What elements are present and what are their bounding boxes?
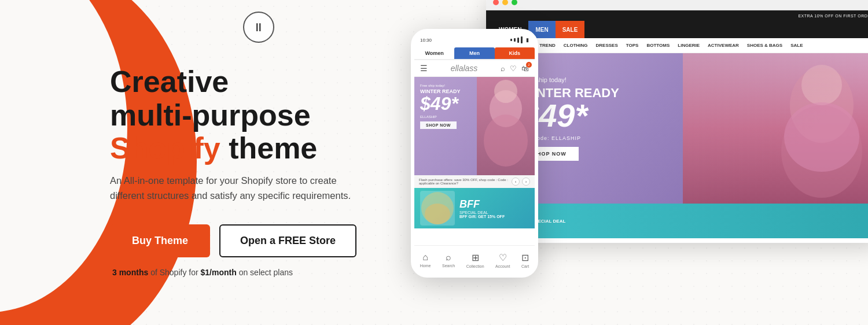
bff-image-placeholder xyxy=(420,191,455,226)
account-label: Account xyxy=(495,264,510,268)
buy-theme-button[interactable]: Buy Theme xyxy=(110,224,210,257)
headline-shopify: Shopify xyxy=(110,131,220,165)
menu-tops[interactable]: TOPS xyxy=(626,43,639,48)
headline-line1: Creative xyxy=(110,65,229,98)
fashion-model-image xyxy=(683,53,868,204)
mobile-free-ship: Free ship today! xyxy=(420,84,529,87)
mobile-time: 10:30 xyxy=(420,38,432,43)
signal-bar-1 xyxy=(510,39,512,41)
menu-activewear[interactable]: ACTIVEWEAR xyxy=(708,43,739,48)
mobile-header-icons: ⌕ ♡ 🛍 2 xyxy=(501,64,529,73)
signal-bar-3 xyxy=(517,38,519,43)
bottom-nav-search[interactable]: ⌕ Search xyxy=(442,252,455,268)
home-icon: ⌂ xyxy=(422,252,428,263)
hero-content-left: Creative multi-purpose Shopify theme An … xyxy=(0,48,393,276)
mobile-shop-btn[interactable]: SHOP NOW xyxy=(420,121,457,129)
svg-point-3 xyxy=(784,102,859,172)
cart-label: Cart xyxy=(521,264,529,268)
bottom-nav-account[interactable]: ♡ Account xyxy=(495,252,510,268)
mobile-hero-text: Free ship today! WINTER READY $49* ELLAS… xyxy=(420,84,529,129)
hero-subtitle: An All-in-one template for your Shopify … xyxy=(110,173,365,204)
pause-icon: ⏸ xyxy=(253,21,264,34)
bff-text-content: BFF SPECIAL DEAL BFF Gift: GET 15% OFF xyxy=(459,198,505,219)
open-free-store-button[interactable]: Open a FREE Store xyxy=(219,224,356,257)
svg-point-0 xyxy=(790,68,854,143)
cart-badge: 2 xyxy=(526,62,532,68)
signal-bar-2 xyxy=(514,38,516,42)
bff-deal: BFF Gift: GET 15% OFF xyxy=(459,215,505,219)
bff-banner: BFF SPECIAL DEAL xyxy=(486,204,868,238)
menu-shoes[interactable]: SHOES & BAGS xyxy=(747,43,782,48)
desktop-store-content: EXTRA 10% OFF ON FIRST ORDER WOMEN MEN S… xyxy=(486,10,868,243)
window-dot-green xyxy=(512,0,517,5)
menu-bottoms[interactable]: BOTTOMS xyxy=(646,43,670,48)
cart-bottom-icon: ⊡ xyxy=(521,252,529,263)
mobile-price: $49* xyxy=(420,94,529,113)
menu-clothing[interactable]: CLOTHING xyxy=(564,43,588,48)
store-hero-banner: Free ship today! WINTER READY $49* Use c… xyxy=(486,53,868,204)
menu-sale[interactable]: SALE xyxy=(790,43,803,48)
bottom-nav-collection[interactable]: ⊞ Collection xyxy=(466,252,484,268)
signal-bars: ▮ xyxy=(510,36,529,43)
desktop-mockup: EXTRA 10% OFF ON FIRST ORDER WOMEN MEN S… xyxy=(486,0,868,243)
prev-arrow[interactable]: ‹ xyxy=(512,178,520,186)
mobile-tab-kids[interactable]: Kids xyxy=(495,47,535,59)
search-bottom-icon: ⌕ xyxy=(446,252,451,263)
store-subbar: EIIA NEW IN TREND CLOTHING DRESSES TOPS … xyxy=(486,38,868,53)
mobile-hero-banner: Free ship today! WINTER READY $49* ELLAS… xyxy=(414,77,535,175)
mobile-logo: ellalass xyxy=(451,64,478,73)
promo-arrows: ‹ › xyxy=(512,178,530,186)
next-arrow[interactable]: › xyxy=(522,178,530,186)
fashion-svg xyxy=(683,53,868,204)
hamburger-icon[interactable]: ☰ xyxy=(420,64,428,73)
account-bottom-icon: ♡ xyxy=(499,252,507,263)
pause-button[interactable]: ⏸ xyxy=(243,12,274,43)
mobile-status-bar: 10:30 ▮ xyxy=(414,32,535,47)
mobile-mockup: 10:30 ▮ Women Men Kids ☰ ellalass xyxy=(411,29,538,278)
store-nav: WOMEN MEN SALE xyxy=(486,21,868,38)
svg-point-1 xyxy=(781,105,862,198)
home-label: Home xyxy=(420,264,431,268)
svg-point-8 xyxy=(425,204,450,224)
bff-sub: SPECIAL DEAL xyxy=(459,210,505,215)
mobile-tab-women[interactable]: Women xyxy=(414,47,454,59)
mobile-bff-section: BFF SPECIAL DEAL BFF Gift: GET 15% OFF xyxy=(414,188,535,228)
bff-title: BFF xyxy=(459,198,505,210)
promo-bar-text: Flash purchase offers: save 30% OFF, sho… xyxy=(419,178,508,185)
mobile-code: ELLASHIP xyxy=(420,115,529,119)
store-promo-text: EXTRA 10% OFF ON FIRST ORDER xyxy=(798,14,868,18)
collection-icon: ⊞ xyxy=(472,252,479,263)
cart-icon[interactable]: 🛍 2 xyxy=(521,64,529,73)
mobile-nav-tabs: Women Men Kids xyxy=(414,47,535,60)
hero-headline: Creative multi-purpose Shopify theme xyxy=(110,65,393,165)
mockups-area: EXTRA 10% OFF ON FIRST ORDER WOMEN MEN S… xyxy=(376,0,868,325)
window-dot-yellow xyxy=(502,0,508,5)
bottom-nav-home[interactable]: ⌂ Home xyxy=(420,252,431,268)
menu-lingerie[interactable]: LINGERIE xyxy=(678,43,700,48)
battery-icon: ▮ xyxy=(526,37,529,43)
mobile-tab-men[interactable]: Men xyxy=(454,47,494,59)
hero-section: Creative multi-purpose Shopify theme An … xyxy=(0,0,868,325)
promo-label: 3 months of Shopify for $1/month on sele… xyxy=(112,268,393,277)
mobile-store-header: ☰ ellalass ⌕ ♡ 🛍 2 xyxy=(414,60,535,77)
menu-dresses[interactable]: DRESSES xyxy=(596,43,618,48)
nav-tab-sale[interactable]: SALE xyxy=(556,21,585,38)
mobile-promo-bar: Flash purchase offers: save 30% OFF, sho… xyxy=(414,175,535,188)
bottom-nav-cart[interactable]: ⊡ Cart xyxy=(521,252,529,268)
mobile-bottom-nav: ⌂ Home ⌕ Search ⊞ Collection ♡ Account ⊡ xyxy=(414,245,535,274)
account-icon[interactable]: ♡ xyxy=(510,64,517,73)
signal-bar-4 xyxy=(521,36,523,43)
headline-line2: multi-purpose xyxy=(110,98,311,132)
window-dot-red xyxy=(493,0,499,5)
svg-point-2 xyxy=(801,65,842,105)
store-promo-bar: EXTRA 10% OFF ON FIRST ORDER xyxy=(486,10,868,21)
search-icon[interactable]: ⌕ xyxy=(501,64,505,73)
menu-trend[interactable]: TREND xyxy=(539,43,556,48)
search-label: Search xyxy=(442,264,455,268)
collection-label: Collection xyxy=(466,264,484,268)
desktop-topbar xyxy=(486,0,868,10)
cta-buttons: Buy Theme Open a FREE Store xyxy=(110,224,393,257)
